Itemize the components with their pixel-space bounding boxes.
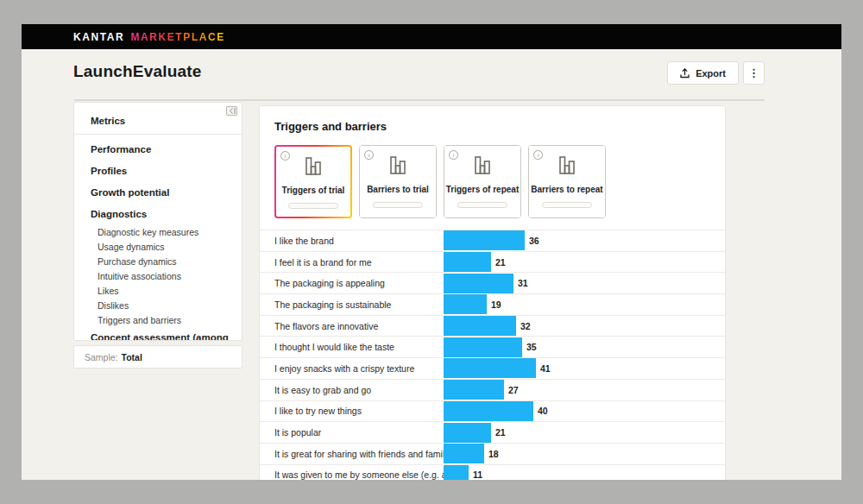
info-icon[interactable]: i <box>533 150 543 160</box>
chart-row: It was given to me by someone else (e.g.… <box>260 465 725 480</box>
chart-row-label: It was given to me by someone else (e.g.… <box>274 469 444 480</box>
bar-chart-icon <box>387 155 409 179</box>
tab-card-body: iTriggers of trial <box>276 147 350 217</box>
bar-chart: I like the brand36I feel it is a brand f… <box>260 230 725 480</box>
kebab-menu-button[interactable]: ⋮ <box>743 61 765 85</box>
export-button-label: Export <box>696 68 726 79</box>
chart-bar-area: 36 <box>444 230 725 251</box>
chart-bar[interactable] <box>444 380 504 400</box>
tab-card-triggers-of-repeat[interactable]: iTriggers of repeat <box>444 145 521 218</box>
chart-bar[interactable] <box>444 337 522 357</box>
sidebar-item-triggers-and-barriers[interactable]: Triggers and barriers <box>74 312 242 327</box>
chart-bar[interactable] <box>444 316 516 336</box>
tab-card-body: iBarriers to repeat <box>529 146 605 217</box>
chart-row: I thought I would like the taste35 <box>260 337 725 358</box>
tab-card-slider[interactable] <box>457 202 507 208</box>
sidebar-item-profiles[interactable]: Profiles <box>74 160 242 181</box>
marketplace-logo: MARKETPLACE <box>130 31 225 43</box>
bar-chart-icon <box>556 155 578 179</box>
tab-card-slider[interactable] <box>288 203 338 209</box>
section-heading: Triggers and barriers <box>274 120 725 133</box>
sidebar-item-diagnostic-key-measures[interactable]: Diagnostic key measures <box>74 224 242 239</box>
chart-bar-area: 31 <box>444 273 725 293</box>
chart-bar-value: 18 <box>488 449 499 459</box>
sample-label: Sample: <box>85 352 118 362</box>
chart-bar-value: 21 <box>495 257 506 268</box>
chart-row-label: I thought I would like the taste <box>274 342 444 352</box>
tab-card-barriers-to-repeat[interactable]: iBarriers to repeat <box>528 145 606 218</box>
tab-card-label: Barriers to repeat <box>531 185 602 194</box>
sidebar-item-dislikes[interactable]: Dislikes <box>74 298 242 312</box>
bar-chart-icon <box>302 156 324 180</box>
chart-bar-area: 41 <box>444 358 725 379</box>
chart-row: It is easy to grab and go27 <box>260 380 725 401</box>
sidebar-nav-list: MetricsPerformanceProfilesGrowth potenti… <box>74 110 242 341</box>
chart-bar-value: 27 <box>508 385 519 395</box>
chart-row: It is great for sharing with friends and… <box>260 444 725 465</box>
chart-bar[interactable] <box>444 465 469 480</box>
chart-bar-value: 19 <box>491 299 501 310</box>
sample-selector[interactable]: Sample: Total <box>73 345 243 369</box>
chart-bar[interactable] <box>444 294 487 314</box>
chart-bar-area: 27 <box>444 380 725 400</box>
chart-row: I enjoy snacks with a crispy texture41 <box>260 358 725 380</box>
chart-row-label: I feel it is a brand for me <box>274 257 444 268</box>
chart-bar[interactable] <box>444 423 491 443</box>
app-window: KANTAR MARKETPLACE LaunchEvaluate Export… <box>22 24 841 480</box>
sidebar-item-performance[interactable]: Performance <box>74 138 242 160</box>
main-panel: Triggers and barriers iTriggers of trial… <box>259 105 726 480</box>
chart-row-label: The flavors are innovative <box>274 321 444 331</box>
info-icon[interactable]: i <box>364 150 374 160</box>
sidebar-item-purchase-dynamics[interactable]: Purchase dynamics <box>74 254 242 268</box>
chart-row-label: It is easy to grab and go <box>274 385 444 395</box>
chart-bar-area: 18 <box>444 444 725 464</box>
kantar-logo: KANTAR <box>73 31 124 43</box>
tab-card-barriers-to-trial[interactable]: iBarriers to trial <box>359 145 437 218</box>
sidebar-item-likes[interactable]: Likes <box>74 283 242 298</box>
tab-card-slider[interactable] <box>373 202 423 208</box>
sidebar-item-usage-dynamics[interactable]: Usage dynamics <box>74 239 242 254</box>
kebab-icon: ⋮ <box>748 66 759 79</box>
chart-bar[interactable] <box>444 358 536 378</box>
sidebar: MetricsPerformanceProfilesGrowth potenti… <box>73 102 243 341</box>
info-icon[interactable]: i <box>280 151 290 161</box>
sidebar-item-growth-potential[interactable]: Growth potential <box>74 181 242 203</box>
sidebar-item-concept-assessment-among-unaware[interactable]: Concept assessment (among unaware) <box>74 331 242 341</box>
tab-card-label: Triggers of trial <box>282 186 345 195</box>
tab-card-label: Barriers to trial <box>367 185 429 194</box>
sidebar-item-metrics[interactable]: Metrics <box>74 110 242 131</box>
export-button[interactable]: Export <box>667 61 739 85</box>
chart-bar[interactable] <box>444 230 525 250</box>
chart-bar-area: 11 <box>444 465 725 480</box>
chart-bar-value: 41 <box>540 363 551 374</box>
collapse-sidebar-icon[interactable] <box>226 106 237 116</box>
chart-bar[interactable] <box>444 444 484 463</box>
sidebar-item-intuitive-associations[interactable]: Intuitive associations <box>74 268 242 283</box>
export-icon <box>680 68 690 79</box>
chart-row: The packaging is appealing31 <box>260 273 725 294</box>
chart-row: I like to try new things40 <box>260 401 725 423</box>
chart-row: The flavors are innovative32 <box>260 316 725 337</box>
sidebar-item-diagnostics[interactable]: Diagnostics <box>74 203 242 224</box>
chart-bar-area: 35 <box>444 337 725 357</box>
tab-card-body: iBarriers to trial <box>360 146 436 217</box>
chart-bar-value: 36 <box>529 236 539 246</box>
chart-bar-area: 19 <box>444 294 725 315</box>
bar-chart-icon <box>471 155 494 179</box>
chart-bar[interactable] <box>444 401 533 421</box>
chart-row-label: I like to try new things <box>274 406 444 416</box>
chart-bar[interactable] <box>444 252 491 272</box>
chart-bar-value: 11 <box>473 469 482 480</box>
tab-card-triggers-of-trial[interactable]: iTriggers of trial <box>274 145 352 218</box>
chart-row: It is popular21 <box>260 422 725 444</box>
chart-bar[interactable] <box>444 274 513 293</box>
sidebar-divider <box>74 134 242 135</box>
chart-row-label: I enjoy snacks with a crispy texture <box>274 363 444 374</box>
chart-bar-value: 32 <box>520 321 531 331</box>
chart-row-label: It is popular <box>274 427 444 438</box>
info-icon[interactable]: i <box>449 150 458 160</box>
tab-card-body: iTriggers of repeat <box>444 146 520 217</box>
metric-tabs-row: iTriggers of trialiBarriers to trialiTri… <box>274 145 725 218</box>
tab-card-slider[interactable] <box>542 202 592 208</box>
chart-bar-value: 31 <box>518 278 528 288</box>
